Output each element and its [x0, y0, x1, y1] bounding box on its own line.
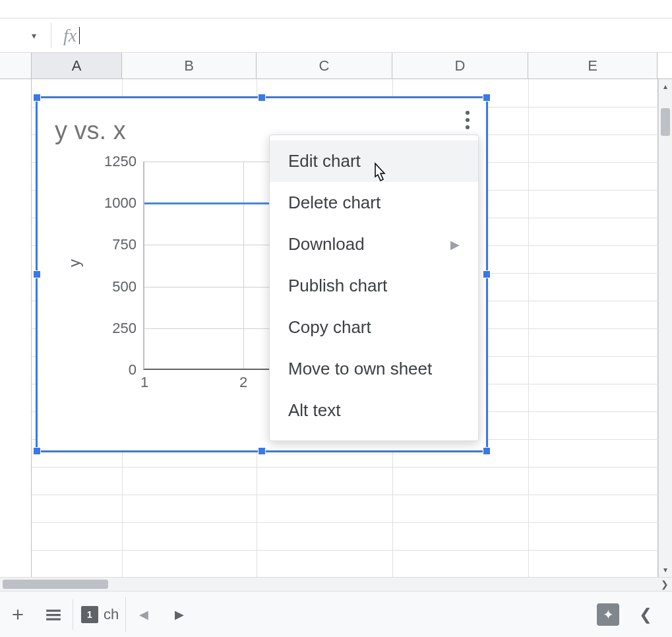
menu-item-label: Delete chart — [288, 193, 381, 213]
menu-item-move-to-own-sheet[interactable]: Move to own sheet — [270, 348, 478, 390]
column-header-c[interactable]: C — [257, 53, 392, 78]
xtick: 2 — [239, 374, 247, 391]
menu-item-label: Download — [288, 234, 365, 255]
ytick: 1250 — [104, 153, 137, 170]
chart-context-menu: Edit chart Delete chart Download ▶ Publi… — [269, 135, 479, 441]
scroll-up-arrow-icon[interactable]: ▴ — [659, 79, 672, 94]
scroll-down-arrow-icon[interactable]: ▾ — [659, 562, 672, 577]
formula-bar-separator — [51, 23, 51, 48]
ytick: 1000 — [104, 195, 137, 212]
resize-handle-top-mid[interactable] — [258, 94, 266, 102]
column-header-b[interactable]: B — [122, 53, 257, 78]
chart-y-axis-label: y — [65, 259, 84, 267]
resize-handle-bottom-right[interactable] — [483, 447, 491, 455]
formula-input[interactable] — [80, 18, 672, 52]
scroll-right-arrow-icon[interactable]: ❯ — [657, 579, 672, 590]
menu-item-alt-text[interactable]: Alt text — [270, 390, 478, 431]
tab-badge-count: 1 — [87, 609, 92, 620]
menu-item-label: Copy chart — [288, 317, 371, 338]
column-headers: A B C D E — [0, 53, 672, 79]
resize-handle-mid-right[interactable] — [483, 270, 491, 278]
row-header-column[interactable] — [0, 79, 32, 577]
fx-label: fx — [63, 25, 76, 46]
vertical-scrollbar[interactable]: ▴ ▾ — [658, 79, 672, 577]
chart-title: y vs. x — [55, 117, 126, 145]
scrollbar-track[interactable] — [659, 94, 672, 562]
column-header-a[interactable]: A — [32, 53, 122, 78]
sheet-nav-left-button[interactable]: ◀ — [126, 597, 162, 632]
sheet-tab-label: ch — [104, 606, 119, 623]
ytick: 500 — [112, 278, 137, 295]
scrollbar-thumb[interactable] — [661, 108, 670, 136]
scrollbar-thumb[interactable] — [3, 580, 108, 589]
menu-item-label: Edit chart — [288, 151, 361, 171]
menu-item-label: Publish chart — [288, 276, 387, 296]
ytick: 0 — [129, 361, 137, 379]
sheet-tab-bar: 1 ch ◀ ▶ ❮ — [0, 591, 672, 637]
ytick: 750 — [112, 236, 137, 253]
select-all-corner[interactable] — [0, 53, 32, 78]
column-header-d[interactable]: D — [392, 53, 528, 78]
resize-handle-mid-left[interactable] — [33, 270, 41, 278]
menu-item-delete-chart[interactable]: Delete chart — [270, 182, 478, 224]
add-sheet-button[interactable] — [0, 597, 36, 632]
menu-item-publish-chart[interactable]: Publish chart — [270, 265, 478, 307]
side-panel-toggle-icon[interactable]: ❮ — [639, 605, 652, 624]
explore-icon[interactable] — [597, 603, 619, 626]
resize-handle-bottom-left[interactable] — [33, 447, 41, 455]
ytick: 250 — [112, 320, 137, 337]
menu-item-label: Alt text — [288, 400, 340, 421]
toolbar-top-fragment — [0, 0, 672, 18]
menu-item-edit-chart[interactable]: Edit chart — [270, 140, 478, 182]
separator — [73, 599, 73, 630]
horizontal-scrollbar[interactable]: ❯ — [0, 577, 672, 591]
resize-handle-top-left[interactable] — [33, 94, 41, 102]
resize-handle-bottom-mid[interactable] — [258, 447, 266, 455]
submenu-arrow-icon: ▶ — [450, 237, 460, 252]
chart-more-options-icon[interactable] — [458, 107, 477, 133]
sheet-nav-right-button[interactable]: ▶ — [162, 597, 197, 632]
column-header-e[interactable]: E — [528, 53, 657, 78]
name-box-dropdown[interactable]: ▾ — [25, 28, 43, 44]
xtick: 1 — [140, 374, 148, 391]
sheet-tab[interactable]: 1 ch — [75, 597, 126, 632]
resize-handle-top-right[interactable] — [483, 94, 491, 102]
menu-item-download[interactable]: Download ▶ — [270, 224, 478, 265]
menu-item-label: Move to own sheet — [288, 359, 432, 379]
menu-item-copy-chart[interactable]: Copy chart — [270, 307, 478, 348]
formula-bar: ▾ fx — [0, 18, 672, 53]
comment-count-icon: 1 — [81, 606, 98, 623]
all-sheets-button[interactable] — [36, 597, 71, 632]
